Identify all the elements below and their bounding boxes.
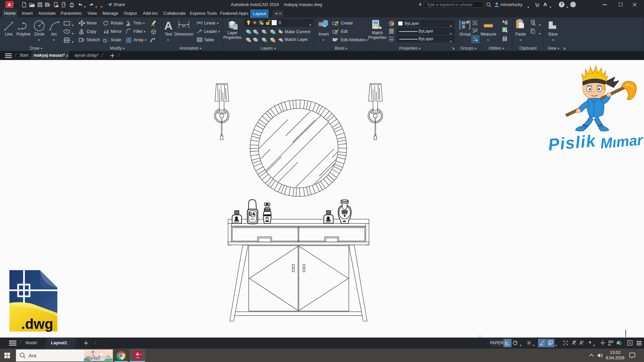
- svg-text:.dwg: .dwg: [21, 316, 53, 332]
- svg-text:CAD: CAD: [136, 357, 140, 359]
- svg-text:Mımar: Mımar: [600, 132, 644, 152]
- svg-text:A: A: [136, 352, 139, 357]
- svg-text:Pislik: Pislik: [547, 131, 597, 154]
- svg-text:A: A: [8, 2, 11, 7]
